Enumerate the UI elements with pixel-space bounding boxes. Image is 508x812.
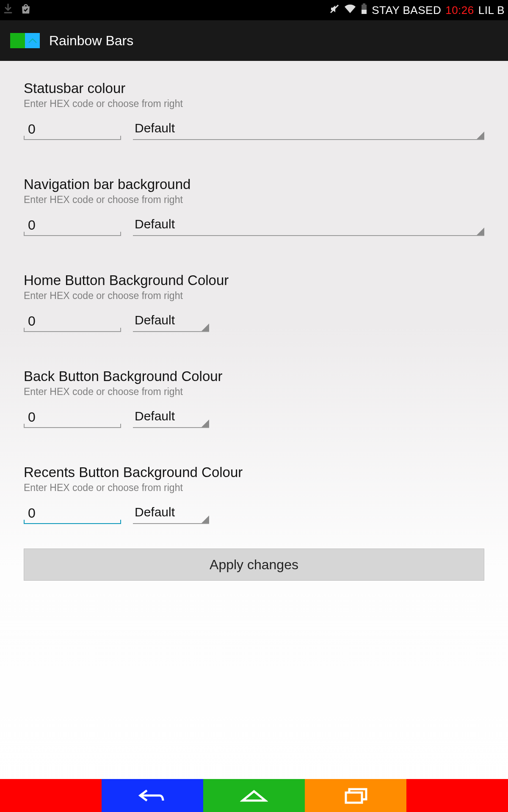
recents-hex-input[interactable] — [24, 503, 121, 524]
status-right: STAY BASED10:26LIL B — [329, 3, 505, 17]
nav-home-button[interactable] — [203, 779, 305, 812]
spinner-handle-icon — [202, 420, 209, 427]
section-subtitle: Enter HEX code or choose from right — [24, 98, 484, 110]
statusbar-hex-input[interactable] — [24, 119, 121, 140]
status-time: 10:26 — [445, 4, 474, 17]
section-subtitle: Enter HEX code or choose from right — [24, 386, 484, 398]
status-text-before: STAY BASED — [372, 4, 441, 17]
app-title: Rainbow Bars — [49, 33, 133, 49]
svg-rect-2 — [362, 10, 367, 14]
section-title: Statusbar colour — [24, 80, 484, 96]
spinner-value: Default — [135, 505, 175, 519]
back-colour-spinner[interactable]: Default — [133, 407, 209, 428]
app-action-bar: Rainbow Bars — [0, 20, 508, 61]
section-recents-button-bg: Recents Button Background Colour Enter H… — [24, 453, 484, 524]
hex-input-wrap — [24, 311, 121, 332]
spinner-handle-icon — [202, 516, 209, 523]
nav-recents-button[interactable] — [305, 779, 406, 812]
navbar-colour-spinner[interactable]: Default — [133, 215, 484, 236]
spinner-handle-icon — [477, 228, 484, 235]
recents-icon — [342, 787, 369, 804]
nav-seg-right — [406, 779, 508, 812]
spinner-handle-icon — [202, 324, 209, 331]
hex-input-wrap — [24, 215, 121, 236]
battery-icon — [361, 3, 367, 17]
spinner-handle-icon — [477, 132, 484, 139]
home-hex-input[interactable] — [24, 311, 121, 332]
section-subtitle: Enter HEX code or choose from right — [24, 290, 484, 302]
spinner-value: Default — [135, 217, 175, 231]
svg-rect-3 — [363, 3, 365, 5]
section-subtitle: Enter HEX code or choose from right — [24, 194, 484, 206]
back-hex-input[interactable] — [24, 407, 121, 428]
back-icon — [136, 787, 169, 804]
section-statusbar-colour: Statusbar colour Enter HEX code or choos… — [24, 69, 484, 140]
main-content: Statusbar colour Enter HEX code or choos… — [0, 61, 508, 779]
spinner-value: Default — [135, 121, 175, 135]
home-icon — [240, 787, 268, 804]
section-home-button-bg: Home Button Background Colour Enter HEX … — [24, 261, 484, 332]
hex-input-wrap — [24, 503, 121, 524]
app-icon — [10, 33, 40, 48]
section-subtitle: Enter HEX code or choose from right — [24, 482, 484, 494]
shopping-bag-icon — [20, 3, 31, 17]
section-title: Navigation bar background — [24, 176, 484, 192]
svg-rect-4 — [346, 793, 362, 803]
hex-input-wrap — [24, 119, 121, 140]
recents-colour-spinner[interactable]: Default — [133, 503, 209, 524]
section-title: Recents Button Background Colour — [24, 464, 484, 480]
home-colour-spinner[interactable]: Default — [133, 311, 209, 332]
navbar-hex-input[interactable] — [24, 215, 121, 236]
section-title: Back Button Background Colour — [24, 368, 484, 384]
mute-icon — [329, 4, 340, 17]
statusbar-colour-spinner[interactable]: Default — [133, 119, 484, 140]
status-left-icons — [3, 3, 31, 17]
hex-input-wrap — [24, 407, 121, 428]
nav-seg-left — [0, 779, 102, 812]
status-text-after: LIL B — [478, 4, 505, 17]
section-title: Home Button Background Colour — [24, 272, 484, 288]
navigation-bar — [0, 779, 508, 812]
nav-back-button[interactable] — [102, 779, 203, 812]
section-navbar-bg: Navigation bar background Enter HEX code… — [24, 165, 484, 236]
system-status-bar: STAY BASED10:26LIL B — [0, 0, 508, 20]
spinner-value: Default — [135, 313, 175, 327]
spinner-value: Default — [135, 409, 175, 423]
wifi-icon — [344, 4, 356, 17]
download-icon — [3, 3, 13, 17]
section-back-button-bg: Back Button Background Colour Enter HEX … — [24, 357, 484, 428]
apply-changes-button[interactable]: Apply changes — [24, 549, 484, 581]
apply-label: Apply changes — [210, 557, 298, 573]
